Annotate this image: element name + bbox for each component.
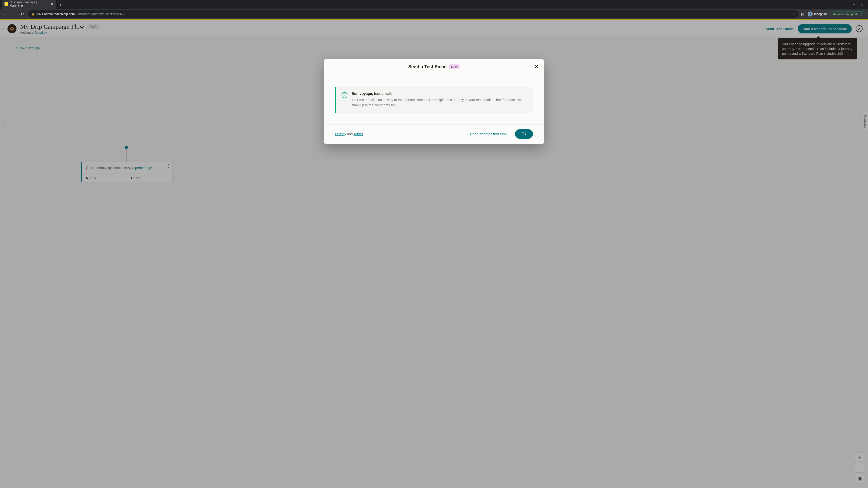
- window-close-icon[interactable]: ✕: [861, 4, 864, 7]
- lock-icon: 🔒: [31, 12, 35, 15]
- window-minimize-icon[interactable]: —: [844, 4, 847, 7]
- address-bar: ← → ⟳ 🔒 us21.admin.mailchimp.com/custome…: [0, 9, 868, 19]
- relaunch-button[interactable]: Relaunch to update ⋮: [830, 11, 866, 17]
- url-host: us21.admin.mailchimp.com: [36, 12, 75, 16]
- privacy-link[interactable]: Privacy: [335, 132, 346, 136]
- ok-button[interactable]: Ok: [515, 129, 533, 139]
- window-dropdown-icon[interactable]: ⌄: [836, 4, 838, 7]
- send-another-test-link[interactable]: Send another test email: [470, 132, 508, 136]
- legal-links: Privacy and Terms: [335, 132, 363, 136]
- success-alert: ✓ Bon voyage, test email. Your test emai…: [335, 87, 533, 113]
- url-path: /customer-journey/builder?id=3632: [76, 12, 125, 16]
- side-panel-icon[interactable]: ▤: [801, 12, 804, 16]
- incognito-icon: 👤: [808, 11, 813, 17]
- terms-link[interactable]: Terms: [353, 132, 363, 136]
- alert-heading: Bon voyage, test email.: [351, 92, 528, 96]
- window-maximize-icon[interactable]: ▢: [852, 4, 855, 7]
- modal-overlay: Send a Test Email New ✕ ✓ Bon voyage, te…: [0, 19, 868, 488]
- mailchimp-favicon-icon: ✉: [4, 2, 8, 6]
- browser-tab-bar: ✉ Customer Journeys | Mailchimp ✕ ＋ ⌄ — …: [0, 0, 868, 9]
- nav-back-icon[interactable]: ←: [2, 12, 8, 17]
- url-field[interactable]: 🔒 us21.admin.mailchimp.com/customer-jour…: [28, 10, 799, 18]
- send-test-email-modal: Send a Test Email New ✕ ✓ Bon voyage, te…: [324, 59, 544, 144]
- incognito-label: Incognito: [814, 12, 827, 16]
- bookmark-star-icon[interactable]: ☆: [793, 12, 796, 16]
- tab-close-icon[interactable]: ✕: [51, 2, 53, 6]
- new-badge: New: [449, 64, 460, 69]
- kebab-icon[interactable]: ⋮: [860, 12, 863, 16]
- modal-close-button[interactable]: ✕: [534, 63, 539, 70]
- nav-forward-icon[interactable]: →: [11, 12, 17, 17]
- modal-title: Send a Test Email: [408, 64, 447, 69]
- check-circle-icon: ✓: [342, 92, 347, 98]
- alert-body: Your test email is on its way to the tes…: [351, 97, 528, 108]
- window-controls: ⌄ — ▢ ✕: [836, 4, 866, 7]
- relaunch-label: Relaunch to update: [833, 12, 859, 16]
- page: ‹ 🐵 My Drip Campaign Flow Draft Audience…: [0, 19, 868, 488]
- incognito-badge: 👤 Incognito: [808, 11, 827, 17]
- nav-reload-icon[interactable]: ⟳: [20, 11, 26, 17]
- new-tab-button[interactable]: ＋: [59, 3, 62, 8]
- browser-tab[interactable]: ✉ Customer Journeys | Mailchimp ✕: [2, 0, 56, 9]
- legal-and: and: [346, 132, 353, 136]
- tab-title: Customer Journeys | Mailchimp: [10, 0, 47, 7]
